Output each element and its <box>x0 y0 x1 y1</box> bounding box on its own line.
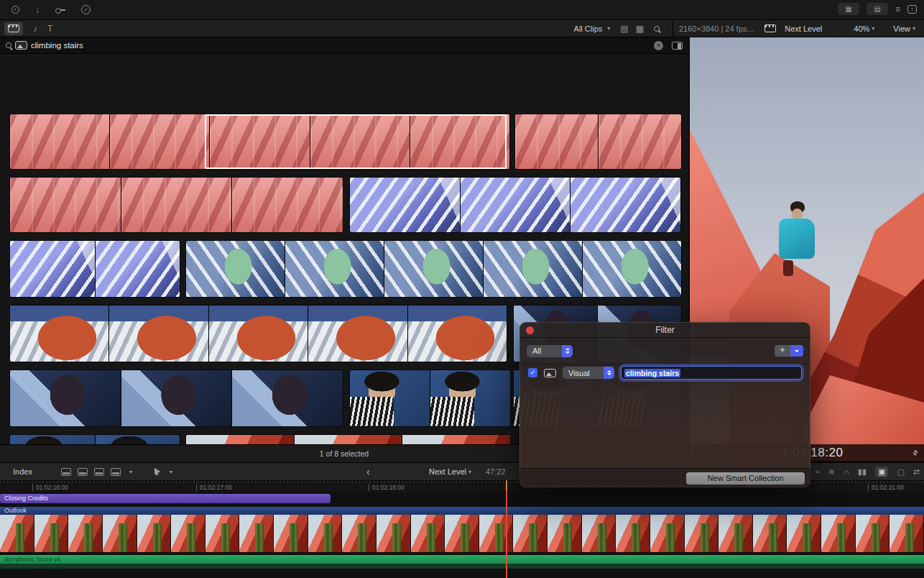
inspector-toggle-icon[interactable]: ≡ <box>895 5 900 14</box>
skimming-icon[interactable]: ≈ <box>816 467 820 476</box>
clip-frame <box>96 435 180 444</box>
filter-match-row: All + <box>519 342 810 359</box>
timeline-back-button[interactable]: ‹ <box>366 466 370 477</box>
new-smart-collection-button[interactable]: New Smart Collection <box>686 472 805 485</box>
clip-filmstrip-selfie[interactable] <box>350 370 510 426</box>
viewer-view-popup[interactable]: View ▾ <box>893 24 915 33</box>
ruler-timecode-label: 01:02:16:00 <box>32 484 68 491</box>
share-icon[interactable]: ↑ <box>907 5 917 14</box>
search-icon[interactable] <box>654 26 660 32</box>
playhead[interactable] <box>506 480 507 578</box>
expand-icon[interactable]: ⇅ <box>911 448 920 457</box>
outlook-filmstrip[interactable] <box>0 515 924 552</box>
clip-filter-popup[interactable]: All Clips ▾ <box>574 24 611 33</box>
clip-frame <box>402 435 510 444</box>
grid-view-button[interactable]: ▦ <box>636 24 644 34</box>
timeline-right-icons: ≈≋∩▮▮▣▢⇄ <box>816 467 920 477</box>
audio-skimming-icon[interactable]: ≋ <box>828 467 835 477</box>
record-icon[interactable] <box>11 6 19 14</box>
import-icon[interactable]: ↓ <box>35 6 40 14</box>
titles-generators-sidebar-icon[interactable]: T <box>47 24 52 33</box>
clip-filmstrip-cacti[interactable] <box>186 435 510 444</box>
connect-edit-icon[interactable] <box>61 468 71 476</box>
timeline-clip-frame <box>548 515 582 552</box>
clip-frame <box>484 241 583 297</box>
clip-filmstrip-pink[interactable] <box>515 114 681 169</box>
chevron-down-icon: ▾ <box>913 25 915 32</box>
rule-text-selected: climbing stairs <box>624 369 680 377</box>
rule-enabled-checkbox[interactable]: ✓ <box>528 368 537 377</box>
video-clip-header[interactable]: Outlook <box>0 507 924 515</box>
timeline-clip-frame <box>376 515 411 552</box>
clip-filmstrip-blue[interactable] <box>10 241 180 297</box>
clip-frame <box>186 435 295 444</box>
check-circle-icon[interactable]: ✓ <box>81 5 91 14</box>
monitor-icon[interactable]: ▢ <box>897 467 904 477</box>
audio-clip-header[interactable]: Symphonic Score v4 <box>0 555 924 564</box>
visual-rule-icon <box>544 369 556 377</box>
clip-filmstrip-greendress[interactable] <box>186 241 681 297</box>
clip-filmstrip-floral[interactable] <box>10 370 343 426</box>
timeline-project-name: Next Level <box>429 467 466 476</box>
select-tool-icon[interactable] <box>154 468 161 476</box>
title-clip[interactable]: Closing Credits <box>0 494 331 503</box>
search-icon[interactable] <box>6 42 11 48</box>
add-rule-button[interactable]: + <box>775 345 790 357</box>
insert-edit-icon[interactable] <box>78 468 88 476</box>
clip-frame <box>285 241 384 297</box>
timeline-layout-button[interactable]: ▤ <box>867 3 888 15</box>
viewer-zoom-popup[interactable]: 40% ▾ <box>854 24 874 33</box>
viewer-clip-icon <box>764 24 776 32</box>
index-button[interactable]: Index <box>13 467 32 476</box>
clip-frame <box>384 241 484 297</box>
chevron-down-icon: ▾ <box>872 25 874 32</box>
viewer-project-name: Next Level <box>785 24 822 33</box>
audio-meters-icon[interactable]: ▮▮ <box>858 467 867 477</box>
popup-stepper-icon <box>562 345 573 357</box>
clip-frame <box>186 241 285 297</box>
clip-filmstrip-redman[interactable] <box>10 306 507 362</box>
clip-appearance-icon[interactable]: ▣ <box>875 467 888 477</box>
timeline-clip-frame <box>239 515 274 552</box>
rule-text-field[interactable]: climbing stairs <box>621 366 802 380</box>
key-icon[interactable] <box>55 8 65 12</box>
add-rule-chevron-button[interactable] <box>790 345 803 357</box>
browser-layout-button[interactable]: ▦ <box>838 3 859 15</box>
timeline-clip-frame <box>34 515 69 552</box>
clip-filmstrip-pink[interactable] <box>10 178 343 232</box>
close-icon[interactable] <box>526 326 534 334</box>
search-clear-button[interactable]: × <box>654 41 663 50</box>
timeline-clip-frame <box>650 515 685 552</box>
filmstrip-view-button[interactable]: ▤ <box>620 24 628 34</box>
browser-viewer-toolbar: ♪ T All Clips ▾ ▤ ▦ 2160×3840 | 24 fps… … <box>0 20 924 37</box>
search-query[interactable]: climbing stairs <box>31 41 83 50</box>
audio-waveform-body[interactable] <box>0 564 924 569</box>
match-popup[interactable]: All <box>527 345 573 357</box>
append-edit-icon[interactable] <box>94 468 104 476</box>
clip-frame <box>515 114 599 169</box>
filter-window-button[interactable] <box>672 42 683 50</box>
filter-rule-row: ✓ Visual climbing stairs <box>519 364 810 381</box>
photos-audio-sidebar-icon[interactable]: ♪ <box>33 24 37 33</box>
chevron-down-icon[interactable]: ▾ <box>170 469 172 475</box>
timeline-clip-frame <box>719 515 753 552</box>
viewer-view-label: View <box>893 24 910 33</box>
fit-icon[interactable]: ⇄ <box>913 467 920 477</box>
rule-type-popup[interactable]: Visual <box>563 367 614 379</box>
overwrite-edit-icon[interactable] <box>111 468 121 476</box>
library-sidebar-button[interactable] <box>4 22 23 35</box>
chevron-down-icon[interactable]: ▾ <box>129 469 132 475</box>
selection-range[interactable] <box>205 114 507 169</box>
visual-search-token-icon <box>15 41 27 50</box>
solo-headphones-icon[interactable]: ∩ <box>844 467 849 476</box>
filter-dialog[interactable]: Filter All + ✓ Visual climbing stairs <box>519 322 810 487</box>
titlebar-left-icons: ↓ ✓ <box>11 5 91 14</box>
clip-filmstrip-pink[interactable] <box>10 114 510 169</box>
clip-frame <box>570 178 680 232</box>
clip-filmstrip-blue[interactable] <box>350 178 680 232</box>
timeline-project-popup[interactable]: Next Level ▾ <box>429 467 471 476</box>
filter-dialog-titlebar: Filter <box>519 322 810 338</box>
clip-filmstrip-selfie[interactable] <box>10 435 180 444</box>
timeline-clip-frame <box>787 515 821 552</box>
clip-filter-label: All Clips <box>574 24 603 33</box>
